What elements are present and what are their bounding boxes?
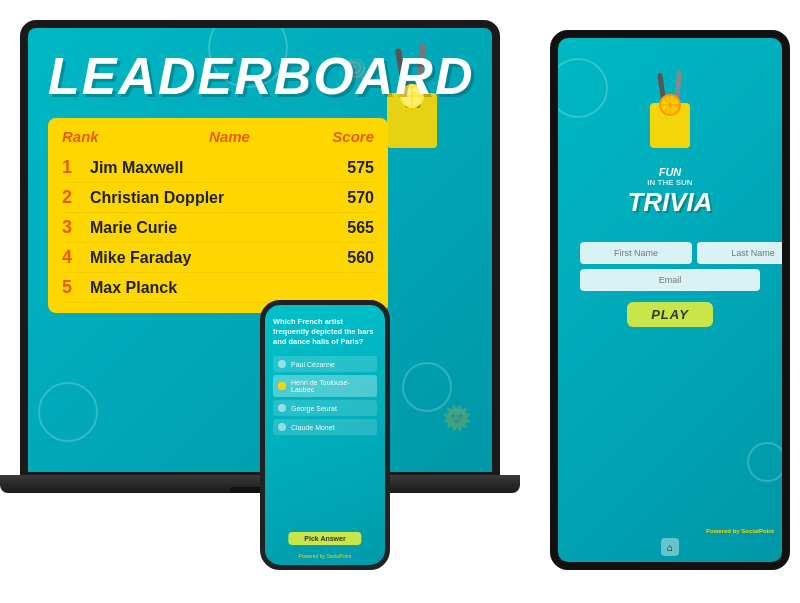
- phone-option-1[interactable]: Paul Cézanne: [273, 356, 377, 372]
- name-row: [580, 242, 760, 264]
- phone-option-4[interactable]: Claude Monet: [273, 419, 377, 435]
- phone-question: Which French artist frequently depicted …: [273, 317, 377, 346]
- deco-circle-2: [38, 382, 98, 442]
- tablet-powered-by: Powered by SocialPoint: [706, 528, 774, 534]
- table-row: 5 Max Planck: [62, 273, 374, 303]
- table-row: 3 Marie Curie 565: [62, 213, 374, 243]
- leaderboard-title: LEADERBOARD: [48, 46, 474, 106]
- option-dot-1: [278, 360, 286, 368]
- name-3: Marie Curie: [90, 219, 334, 237]
- trivia-form: PLAY: [580, 242, 760, 327]
- home-icon[interactable]: ⌂: [661, 538, 679, 556]
- name-1: Jim Maxwell: [90, 159, 334, 177]
- pick-answer-button[interactable]: Pick Answer: [288, 532, 361, 545]
- table-row: 1 Jim Maxwell 575: [62, 153, 374, 183]
- tablet-deco-2: [747, 442, 782, 482]
- phone-powered-by: Powered by SocialPoint: [299, 553, 352, 559]
- phone-screen: Which French artist frequently depicted …: [265, 305, 385, 565]
- phone: Which French artist frequently depicted …: [260, 300, 390, 570]
- option-dot-4: [278, 423, 286, 431]
- trivia-logo-block: FUN IN THE SUN TRIVIA: [627, 166, 712, 218]
- option-text-3: George Seurat: [291, 405, 337, 412]
- fun-text: FUN: [627, 166, 712, 178]
- home-icon-symbol: ⌂: [667, 542, 673, 553]
- header-score: Score: [332, 128, 374, 145]
- score-2: 570: [334, 189, 374, 207]
- rank-1: 1: [62, 157, 90, 178]
- score-1: 575: [334, 159, 374, 177]
- option-text-4: Claude Monet: [291, 424, 335, 431]
- phone-option-3[interactable]: George Seurat: [273, 400, 377, 416]
- scene: 🍭 🌞: [0, 0, 800, 603]
- drink-illustration: [630, 68, 710, 158]
- name-5: Max Planck: [90, 279, 334, 297]
- phone-body: Which French artist frequently depicted …: [260, 300, 390, 570]
- rank-3: 3: [62, 217, 90, 238]
- score-4: 560: [334, 249, 374, 267]
- header-name: Name: [209, 128, 250, 145]
- play-button[interactable]: PLAY: [627, 302, 713, 327]
- last-name-input[interactable]: [697, 242, 782, 264]
- option-text-1: Paul Cézanne: [291, 361, 335, 368]
- phone-option-2[interactable]: Henri de Toulouse-Lautrec: [273, 375, 377, 397]
- tablet-screen: FUN IN THE SUN TRIVIA PLAY ⌂: [558, 38, 782, 562]
- email-input[interactable]: [580, 269, 760, 291]
- tablet-body: FUN IN THE SUN TRIVIA PLAY ⌂: [550, 30, 790, 570]
- deco-popsicle-2: 🌞: [442, 404, 472, 432]
- rank-5: 5: [62, 277, 90, 298]
- in-the-sun-text: IN THE SUN: [627, 178, 712, 187]
- option-text-2: Henri de Toulouse-Lautrec: [291, 379, 372, 393]
- rank-2: 2: [62, 187, 90, 208]
- tablet-deco-1: [558, 58, 608, 118]
- first-name-input[interactable]: [580, 242, 692, 264]
- table-row: 2 Christian Doppler 570: [62, 183, 374, 213]
- rank-4: 4: [62, 247, 90, 268]
- name-2: Christian Doppler: [90, 189, 334, 207]
- option-dot-3: [278, 404, 286, 412]
- header-rank: Rank: [62, 128, 99, 145]
- name-4: Mike Faraday: [90, 249, 334, 267]
- option-dot-2: [278, 382, 286, 390]
- trivia-text: TRIVIA: [627, 187, 712, 218]
- tablet: FUN IN THE SUN TRIVIA PLAY ⌂: [550, 30, 790, 570]
- table-header: Rank Name Score: [62, 128, 374, 145]
- leaderboard-table: Rank Name Score 1 Jim Maxwell 575 2 Chri…: [48, 118, 388, 313]
- table-row: 4 Mike Faraday 560: [62, 243, 374, 273]
- score-3: 565: [334, 219, 374, 237]
